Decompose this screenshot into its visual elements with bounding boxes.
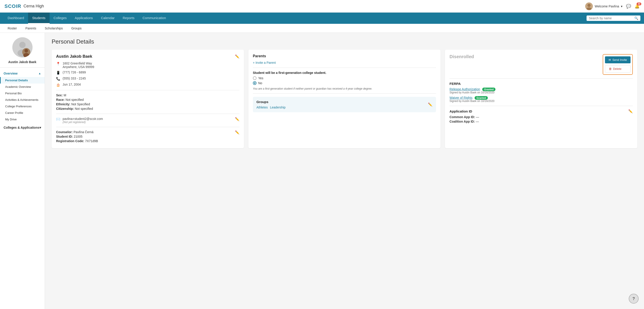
birthday-icon: 🎂 — [56, 83, 60, 87]
race-row: Race: Not specified — [56, 98, 240, 102]
citizenship-row: Citizenship: Not specified — [56, 107, 240, 111]
release-auth-signed: Signed by Austin Baek on 10/16/2020 — [450, 91, 633, 94]
sub-nav-parents[interactable]: Parents — [22, 24, 39, 33]
counselor-row: Counselor: Pavlína Černá Student ID: 210… — [56, 130, 240, 144]
phone-row: 📞 (555) 333 - 2245 — [56, 77, 240, 81]
release-auth-badge: Granted — [482, 88, 495, 91]
sidebar-item-career-profile[interactable]: Career Profile — [0, 110, 45, 116]
welcome-user[interactable]: Welcome Pavlína ▾ — [585, 3, 622, 10]
ethnicity-row: Ethnicity: Not Specified — [56, 102, 240, 106]
sidebar-avatar-area: Austin Jakob Baek — [0, 37, 45, 68]
email-details: pavlina+student2@scoir.com (Not yet regi… — [62, 117, 103, 124]
sidebar-overview-header[interactable]: Overview ▲ — [0, 70, 45, 77]
waiver-row: Waiver of Rights Granted Signed by Austi… — [450, 96, 633, 103]
chevron-down-icon: ▾ — [621, 5, 622, 8]
svg-point-7 — [24, 49, 28, 53]
sub-nav-scholarships[interactable]: Scholarships — [42, 24, 66, 33]
app-id-section: Application ID ✏️ Common App ID: — Coali… — [450, 106, 633, 123]
nav-item-applications[interactable]: Applications — [71, 13, 97, 24]
messages-button[interactable]: 💬 — [626, 4, 631, 9]
sidebar-item-college-preferences[interactable]: College Preferences — [0, 103, 45, 110]
cards-row: Austin Jakob Baek ✏️ 📍 1602 Greenfield W… — [52, 50, 637, 148]
notification-badge: 30 — [636, 3, 641, 6]
phone-icon: 📞 — [56, 77, 60, 81]
envelope-icon: ✉ — [608, 58, 611, 62]
sidebar-item-personal-details[interactable]: Personal Details — [0, 77, 45, 84]
address-row: 📍 1602 Greenfield WayAnywhere, USA 99999 — [56, 62, 240, 69]
nav-item-students[interactable]: Students — [28, 13, 49, 24]
logo: SCOIR Cerna High — [4, 3, 44, 9]
release-auth-link[interactable]: Release Authorization — [450, 87, 480, 91]
app-id-title: Application ID — [450, 109, 472, 113]
group-leadership[interactable]: Leadership — [270, 106, 286, 109]
group-athletes[interactable]: Athletes — [256, 106, 268, 109]
groups-left: Groups Athletes Leadership — [256, 100, 286, 109]
student-avatar — [12, 37, 32, 58]
sidebar-item-my-drive[interactable]: My Drive — [0, 116, 45, 123]
sub-nav-groups[interactable]: Groups — [68, 24, 85, 33]
ferpa-title: FERPA — [450, 82, 633, 86]
edit-counselor-icon[interactable]: ✏️ — [235, 130, 240, 135]
sidebar-colleges-header[interactable]: Colleges & Applications ▾ — [0, 124, 45, 131]
page-body: Austin Jakob Baek Overview ▲ Personal De… — [0, 33, 644, 309]
help-button[interactable]: ? — [629, 294, 638, 303]
first-gen-no[interactable]: No — [253, 81, 436, 85]
status-card: Disenrolled ✉ Send Invite 🗑 Delete — [445, 50, 637, 148]
waiver-badge: Granted — [474, 96, 488, 100]
svg-point-1 — [588, 4, 590, 7]
edit-email-icon[interactable]: ✏️ — [235, 117, 240, 121]
app-id-header: Application ID ✏️ — [450, 109, 633, 113]
sidebar-student-name: Austin Jakob Baek — [6, 60, 38, 64]
email-row: ✉️ pavlina+student2@scoir.com (Not yet r… — [56, 117, 240, 124]
counselor-details: Counselor: Pavlína Černá Student ID: 210… — [56, 130, 98, 144]
nav-item-calendar[interactable]: Calendar — [97, 13, 119, 24]
coalition-row: Coalition App ID: — — [450, 120, 633, 123]
page-title: Personal Details — [52, 38, 637, 45]
address-text: 1602 Greenfield WayAnywhere, USA 99999 — [62, 62, 94, 69]
sub-nav-roster[interactable]: Roster — [4, 24, 20, 33]
parents-card: Parents + Invite a Parent Student will b… — [248, 50, 441, 148]
sidebar-item-academic-overview[interactable]: Academic Overview — [0, 84, 45, 90]
chevron-up-icon: ▲ — [38, 72, 41, 75]
ferpa-section: FERPA Release Authorization Granted Sign… — [450, 82, 633, 103]
action-buttons: ✉ Send Invite 🗑 Delete — [603, 54, 633, 75]
first-gen-yes[interactable]: Yes — [253, 76, 436, 80]
edit-groups-icon[interactable]: ✏️ — [428, 102, 432, 107]
nav-item-colleges[interactable]: Colleges — [50, 13, 71, 24]
group-tags: Athletes Leadership — [256, 106, 286, 109]
sidebar-item-personal-bio[interactable]: Personal Bio — [0, 90, 45, 97]
nav-item-dashboard[interactable]: Dashboard — [4, 13, 28, 24]
edit-app-id-icon[interactable]: ✏️ — [628, 109, 633, 113]
send-invite-button[interactable]: ✉ Send Invite — [605, 56, 630, 63]
email-icon: ✉️ — [56, 117, 60, 121]
location-icon: 📍 — [56, 62, 60, 66]
trash-icon: 🗑 — [609, 67, 612, 71]
nav-item-reports[interactable]: Reports — [119, 13, 139, 24]
radio-no — [253, 81, 256, 85]
svg-point-8 — [23, 53, 29, 58]
invite-parent-link[interactable]: + Invite a Parent — [253, 61, 436, 65]
disenrolled-label: Disenrolled — [450, 54, 474, 59]
search-box: 🔍 — [586, 16, 640, 21]
edit-personal-icon[interactable]: ✏️ — [235, 54, 240, 59]
school-name: Cerna High — [24, 4, 44, 9]
groups-card: Groups Athletes Leadership ✏️ — [253, 97, 436, 112]
waiver-link[interactable]: Waiver of Rights — [450, 96, 472, 100]
sub-nav: Roster Parents Scholarships Groups — [0, 24, 644, 33]
sex-row: Sex: M — [56, 93, 240, 97]
sidebar-item-activities[interactable]: Activities & Achievements — [0, 97, 45, 103]
search-input[interactable] — [589, 17, 633, 20]
chat-icon: 💬 — [626, 4, 631, 9]
dob-row: 🎂 Jun 17, 2004 — [56, 83, 240, 87]
personal-info-card: Austin Jakob Baek ✏️ 📍 1602 Greenfield W… — [52, 50, 244, 148]
notifications-button[interactable]: 🔔 30 — [634, 4, 640, 9]
chevron-down-icon: ▾ — [40, 126, 41, 129]
student-full-name-row: Austin Jakob Baek ✏️ — [56, 54, 240, 59]
disenrolled-section: Disenrolled ✉ Send Invite 🗑 Delete — [450, 54, 633, 75]
nav-item-communication[interactable]: Communication — [138, 13, 170, 24]
parents-title: Parents — [253, 54, 436, 58]
main-content: Personal Details Austin Jakob Baek ✏️ 📍 … — [45, 33, 644, 309]
waiver-signed: Signed by Austin Baek on 10/16/2020 — [450, 100, 633, 103]
avatar — [585, 3, 593, 10]
delete-button[interactable]: 🗑 Delete — [605, 65, 630, 73]
